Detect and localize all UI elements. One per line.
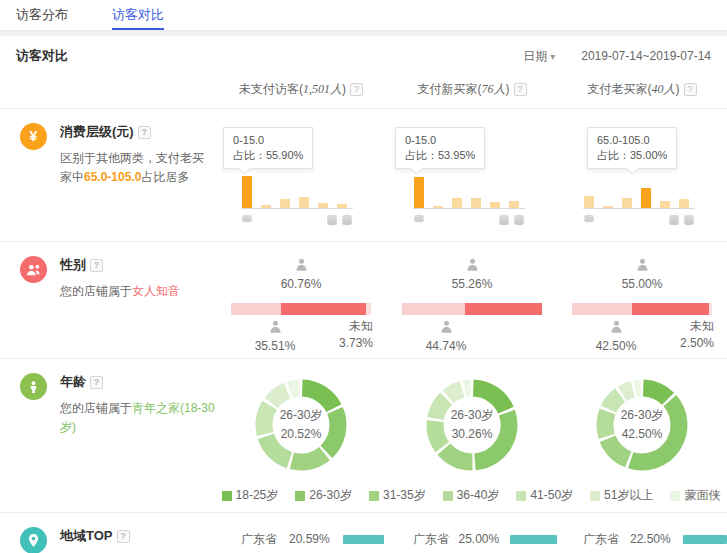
region-list-new-buyers: 广东省25.00% 浙江省11.84% [387, 527, 557, 553]
region-row: 广东省25.00% [413, 531, 557, 547]
bar-chart [583, 175, 695, 209]
age-donut-returning-buyers[interactable]: 26-30岁42.50% [592, 375, 692, 475]
consumption-chart-unpaid[interactable]: 0-15.0占比：55.90% [215, 123, 387, 231]
row-title-region: 地域TOP? [60, 527, 205, 545]
coin-icons [413, 214, 525, 226]
help-icon[interactable]: ? [90, 376, 103, 389]
consumption-chart-new-buyers[interactable]: 0-15.0占比：53.95% [387, 123, 557, 231]
legend-item: 36-40岁 [443, 487, 500, 504]
region-list-returning-buyers: 广东省22.50% 福建省12.50% [557, 527, 727, 553]
date-range[interactable]: 2019-07-14~2019-07-14 [581, 49, 711, 63]
gender-stacked-bar [231, 303, 371, 315]
row-gender: 性别? 您的店铺属于女人知音 60.76% 35.51% 未知3.73% 55.… [0, 242, 727, 359]
legend-swatch [295, 491, 305, 501]
age-donut-new-buyers[interactable]: 26-30岁30.26% [422, 375, 522, 475]
coin-small-icon [583, 214, 595, 223]
colhead-unpaid-visitors: 未支付访客(1,501人)? [215, 81, 387, 98]
gender-stacked-bar [402, 303, 542, 315]
legend-swatch [443, 491, 453, 501]
coin-small-icon [241, 214, 253, 223]
help-icon[interactable]: ? [684, 83, 697, 96]
male-icon [609, 320, 624, 337]
female-icon [465, 258, 480, 275]
unknown-gender-label: 未知3.73% [339, 318, 373, 352]
legend-item: 蒙面侠 [670, 487, 720, 504]
consumption-chart-returning-buyers[interactable]: 65.0-105.0占比：35.00% [557, 123, 727, 231]
unknown-gender-label: 未知2.50% [680, 318, 714, 352]
donut-center-label: 26-30岁20.52% [251, 375, 351, 475]
legend-item: 26-30岁 [295, 487, 352, 504]
help-icon[interactable]: ? [350, 83, 363, 96]
coin-stack-icon [326, 214, 338, 226]
legend-item: 18-25岁 [222, 487, 279, 504]
region-bar [510, 535, 557, 544]
coin-stack-icon [513, 214, 525, 226]
legend-item: 31-35岁 [369, 487, 426, 504]
region-row: 广东省22.50% [583, 531, 727, 547]
row-title-gender: 性别? [60, 256, 205, 274]
people-circle-icon [20, 256, 47, 283]
row-region-top: 地域TOP? 您的访客聚集在广东省 广东省20.59% 浙江省11.06% 广东… [0, 513, 727, 553]
row-title-consumption: 消费层级(元)? [60, 123, 205, 141]
coin-stack-icon [498, 214, 510, 226]
coin-small-icon [413, 214, 425, 223]
row-desc-age: 您的店铺属于青年之家(18-30岁) [60, 399, 220, 437]
donut-center-label: 26-30岁30.26% [422, 375, 522, 475]
donut-center-label: 26-30岁42.50% [592, 375, 692, 475]
bar-chart [241, 175, 353, 209]
gender-stacked-bar [572, 303, 712, 315]
age-donut-unpaid[interactable]: 26-30岁20.52% [251, 375, 351, 475]
gender-chart-unpaid[interactable]: 60.76% 35.51% 未知3.73% [231, 258, 371, 348]
help-icon[interactable]: ? [90, 259, 103, 272]
male-icon [268, 320, 283, 337]
tab-visitor-distribution[interactable]: 访客分布 [16, 0, 68, 30]
help-icon[interactable]: ? [117, 530, 130, 543]
chart-tooltip: 0-15.0占比：53.95% [395, 127, 485, 169]
coin-icons [241, 214, 353, 226]
row-age: 年龄? 您的店铺属于青年之家(18-30岁) 26-30岁20.52% 26-3… [0, 359, 727, 513]
gender-chart-returning-buyers[interactable]: 55.00% 42.50% 未知2.50% [572, 258, 712, 348]
coin-stack-icon [668, 214, 680, 226]
legend-swatch [590, 491, 600, 501]
row-desc-consumption: 区别于其他两类，支付老买家中65.0-105.0占比居多 [60, 149, 205, 187]
legend-swatch [369, 491, 379, 501]
legend-swatch [222, 491, 232, 501]
page-title: 访客对比 [16, 47, 68, 65]
age-legend: 18-25岁 26-30岁 31-35岁 36-40岁 41-50岁 51岁以上… [215, 475, 727, 506]
gender-chart-new-buyers[interactable]: 55.26% 44.74% [402, 258, 542, 348]
chart-tooltip: 0-15.0占比：55.90% [223, 127, 313, 169]
row-desc-gender: 您的店铺属于女人知音 [60, 282, 205, 301]
yen-circle-icon: ¥ [20, 123, 47, 150]
tab-visitor-comparison[interactable]: 访客对比 [112, 0, 164, 30]
row-consumption-level: ¥ 消费层级(元)? 区别于其他两类，支付老买家中65.0-105.0占比居多 … [0, 109, 727, 242]
region-row: 广东省20.59% [241, 531, 387, 547]
chart-tooltip: 65.0-105.0占比：35.00% [587, 127, 677, 169]
legend-swatch [516, 491, 526, 501]
person-circle-icon [20, 373, 47, 400]
column-headers: 未支付访客(1,501人)? 支付新买家(76人)? 支付老买家(40人)? [0, 67, 727, 109]
coin-stack-icon [683, 214, 695, 226]
coin-stack-icon [341, 214, 353, 226]
row-title-age: 年龄? [60, 373, 220, 391]
colhead-new-buyers: 支付新买家(76人)? [387, 81, 557, 98]
chevron-down-icon: ▾ [550, 51, 555, 62]
colhead-returning-buyers: 支付老买家(40人)? [557, 81, 727, 98]
region-bar [683, 535, 727, 544]
legend-swatch [670, 491, 680, 501]
location-pin-icon [20, 527, 47, 553]
coin-icons [583, 214, 695, 226]
legend-item: 41-50岁 [516, 487, 573, 504]
date-dropdown[interactable]: 日期▾ [523, 48, 555, 65]
help-icon[interactable]: ? [138, 126, 151, 139]
top-tabbar: 访客分布 访客对比 [0, 0, 727, 31]
female-icon [635, 258, 650, 275]
bar-chart [413, 175, 525, 209]
male-icon [439, 320, 454, 337]
female-icon [294, 258, 309, 275]
card-header: 访客对比 日期▾ 2019-07-14~2019-07-14 [0, 36, 727, 67]
help-icon[interactable]: ? [514, 83, 527, 96]
region-list-unpaid: 广东省20.59% 浙江省11.06% [215, 527, 387, 553]
region-bar [343, 535, 384, 544]
legend-item: 51岁以上 [590, 487, 653, 504]
